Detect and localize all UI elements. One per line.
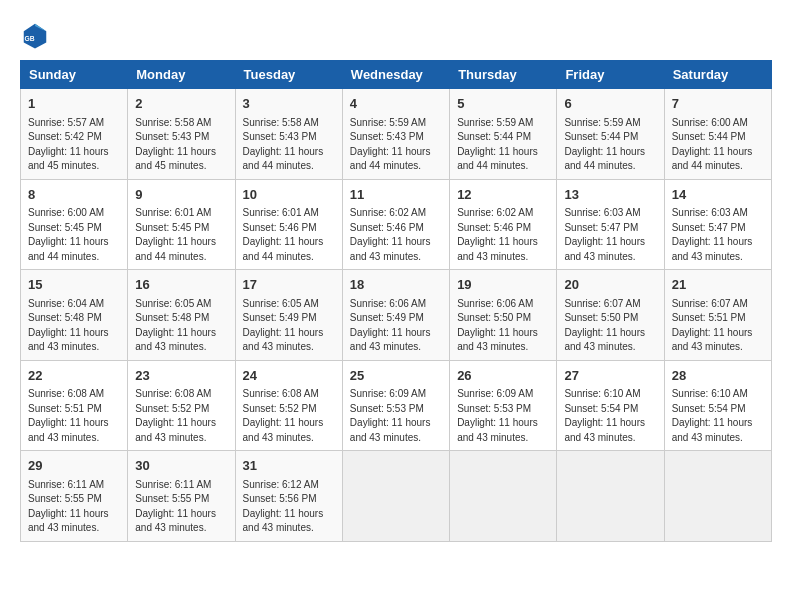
day-info: Sunrise: 6:09 AMSunset: 5:53 PMDaylight:… bbox=[457, 387, 549, 445]
day-number: 23 bbox=[135, 366, 227, 386]
calendar-cell: 18Sunrise: 6:06 AMSunset: 5:49 PMDayligh… bbox=[342, 270, 449, 361]
day-number: 28 bbox=[672, 366, 764, 386]
day-number: 19 bbox=[457, 275, 549, 295]
day-info: Sunrise: 6:11 AMSunset: 5:55 PMDaylight:… bbox=[28, 478, 120, 536]
calendar-week-row: 8Sunrise: 6:00 AMSunset: 5:45 PMDaylight… bbox=[21, 179, 772, 270]
calendar-cell: 27Sunrise: 6:10 AMSunset: 5:54 PMDayligh… bbox=[557, 360, 664, 451]
calendar-cell: 21Sunrise: 6:07 AMSunset: 5:51 PMDayligh… bbox=[664, 270, 771, 361]
calendar-cell: 10Sunrise: 6:01 AMSunset: 5:46 PMDayligh… bbox=[235, 179, 342, 270]
calendar-cell: 24Sunrise: 6:08 AMSunset: 5:52 PMDayligh… bbox=[235, 360, 342, 451]
calendar-cell: 14Sunrise: 6:03 AMSunset: 5:47 PMDayligh… bbox=[664, 179, 771, 270]
calendar-cell: 16Sunrise: 6:05 AMSunset: 5:48 PMDayligh… bbox=[128, 270, 235, 361]
calendar-cell: 11Sunrise: 6:02 AMSunset: 5:46 PMDayligh… bbox=[342, 179, 449, 270]
day-header: Monday bbox=[128, 61, 235, 89]
calendar-cell: 2Sunrise: 5:58 AMSunset: 5:43 PMDaylight… bbox=[128, 89, 235, 180]
calendar-cell: 28Sunrise: 6:10 AMSunset: 5:54 PMDayligh… bbox=[664, 360, 771, 451]
day-info: Sunrise: 6:11 AMSunset: 5:55 PMDaylight:… bbox=[135, 478, 227, 536]
day-number: 8 bbox=[28, 185, 120, 205]
day-number: 20 bbox=[564, 275, 656, 295]
calendar-body: 1Sunrise: 5:57 AMSunset: 5:42 PMDaylight… bbox=[21, 89, 772, 542]
calendar-cell: 23Sunrise: 6:08 AMSunset: 5:52 PMDayligh… bbox=[128, 360, 235, 451]
calendar-cell: 20Sunrise: 6:07 AMSunset: 5:50 PMDayligh… bbox=[557, 270, 664, 361]
day-info: Sunrise: 6:04 AMSunset: 5:48 PMDaylight:… bbox=[28, 297, 120, 355]
day-header: Sunday bbox=[21, 61, 128, 89]
day-number: 2 bbox=[135, 94, 227, 114]
day-info: Sunrise: 5:59 AMSunset: 5:44 PMDaylight:… bbox=[564, 116, 656, 174]
day-number: 22 bbox=[28, 366, 120, 386]
calendar-cell: 22Sunrise: 6:08 AMSunset: 5:51 PMDayligh… bbox=[21, 360, 128, 451]
day-info: Sunrise: 6:01 AMSunset: 5:45 PMDaylight:… bbox=[135, 206, 227, 264]
day-number: 3 bbox=[243, 94, 335, 114]
day-header: Tuesday bbox=[235, 61, 342, 89]
day-number: 10 bbox=[243, 185, 335, 205]
day-number: 21 bbox=[672, 275, 764, 295]
calendar-week-row: 29Sunrise: 6:11 AMSunset: 5:55 PMDayligh… bbox=[21, 451, 772, 542]
day-info: Sunrise: 6:08 AMSunset: 5:52 PMDaylight:… bbox=[135, 387, 227, 445]
day-info: Sunrise: 5:57 AMSunset: 5:42 PMDaylight:… bbox=[28, 116, 120, 174]
day-header: Thursday bbox=[450, 61, 557, 89]
calendar-cell: 13Sunrise: 6:03 AMSunset: 5:47 PMDayligh… bbox=[557, 179, 664, 270]
day-number: 18 bbox=[350, 275, 442, 295]
calendar-cell: 4Sunrise: 5:59 AMSunset: 5:43 PMDaylight… bbox=[342, 89, 449, 180]
calendar-cell: 17Sunrise: 6:05 AMSunset: 5:49 PMDayligh… bbox=[235, 270, 342, 361]
logo: GB bbox=[20, 20, 54, 50]
day-number: 31 bbox=[243, 456, 335, 476]
day-number: 9 bbox=[135, 185, 227, 205]
day-number: 17 bbox=[243, 275, 335, 295]
day-info: Sunrise: 6:02 AMSunset: 5:46 PMDaylight:… bbox=[457, 206, 549, 264]
svg-text:GB: GB bbox=[25, 35, 35, 42]
day-info: Sunrise: 6:03 AMSunset: 5:47 PMDaylight:… bbox=[564, 206, 656, 264]
day-number: 14 bbox=[672, 185, 764, 205]
day-info: Sunrise: 6:06 AMSunset: 5:49 PMDaylight:… bbox=[350, 297, 442, 355]
calendar-cell: 1Sunrise: 5:57 AMSunset: 5:42 PMDaylight… bbox=[21, 89, 128, 180]
calendar-cell: 6Sunrise: 5:59 AMSunset: 5:44 PMDaylight… bbox=[557, 89, 664, 180]
day-header: Wednesday bbox=[342, 61, 449, 89]
calendar-cell bbox=[342, 451, 449, 542]
day-info: Sunrise: 6:01 AMSunset: 5:46 PMDaylight:… bbox=[243, 206, 335, 264]
calendar-week-row: 22Sunrise: 6:08 AMSunset: 5:51 PMDayligh… bbox=[21, 360, 772, 451]
day-info: Sunrise: 6:03 AMSunset: 5:47 PMDaylight:… bbox=[672, 206, 764, 264]
day-number: 1 bbox=[28, 94, 120, 114]
day-number: 15 bbox=[28, 275, 120, 295]
day-number: 12 bbox=[457, 185, 549, 205]
day-header: Saturday bbox=[664, 61, 771, 89]
calendar-cell bbox=[450, 451, 557, 542]
day-info: Sunrise: 5:59 AMSunset: 5:44 PMDaylight:… bbox=[457, 116, 549, 174]
logo-icon: GB bbox=[20, 20, 50, 50]
day-info: Sunrise: 6:07 AMSunset: 5:50 PMDaylight:… bbox=[564, 297, 656, 355]
day-number: 11 bbox=[350, 185, 442, 205]
day-number: 25 bbox=[350, 366, 442, 386]
day-info: Sunrise: 5:58 AMSunset: 5:43 PMDaylight:… bbox=[243, 116, 335, 174]
day-number: 16 bbox=[135, 275, 227, 295]
day-info: Sunrise: 6:12 AMSunset: 5:56 PMDaylight:… bbox=[243, 478, 335, 536]
calendar-cell: 25Sunrise: 6:09 AMSunset: 5:53 PMDayligh… bbox=[342, 360, 449, 451]
day-number: 7 bbox=[672, 94, 764, 114]
day-info: Sunrise: 6:06 AMSunset: 5:50 PMDaylight:… bbox=[457, 297, 549, 355]
day-info: Sunrise: 6:02 AMSunset: 5:46 PMDaylight:… bbox=[350, 206, 442, 264]
calendar-cell: 29Sunrise: 6:11 AMSunset: 5:55 PMDayligh… bbox=[21, 451, 128, 542]
day-number: 27 bbox=[564, 366, 656, 386]
calendar-cell: 5Sunrise: 5:59 AMSunset: 5:44 PMDaylight… bbox=[450, 89, 557, 180]
day-info: Sunrise: 6:08 AMSunset: 5:51 PMDaylight:… bbox=[28, 387, 120, 445]
day-number: 5 bbox=[457, 94, 549, 114]
calendar-cell: 7Sunrise: 6:00 AMSunset: 5:44 PMDaylight… bbox=[664, 89, 771, 180]
day-info: Sunrise: 6:08 AMSunset: 5:52 PMDaylight:… bbox=[243, 387, 335, 445]
calendar-cell: 26Sunrise: 6:09 AMSunset: 5:53 PMDayligh… bbox=[450, 360, 557, 451]
day-number: 13 bbox=[564, 185, 656, 205]
calendar-header: SundayMondayTuesdayWednesdayThursdayFrid… bbox=[21, 61, 772, 89]
calendar-cell: 3Sunrise: 5:58 AMSunset: 5:43 PMDaylight… bbox=[235, 89, 342, 180]
day-number: 24 bbox=[243, 366, 335, 386]
calendar-cell: 12Sunrise: 6:02 AMSunset: 5:46 PMDayligh… bbox=[450, 179, 557, 270]
day-header: Friday bbox=[557, 61, 664, 89]
calendar-week-row: 15Sunrise: 6:04 AMSunset: 5:48 PMDayligh… bbox=[21, 270, 772, 361]
calendar-cell: 31Sunrise: 6:12 AMSunset: 5:56 PMDayligh… bbox=[235, 451, 342, 542]
header-row: SundayMondayTuesdayWednesdayThursdayFrid… bbox=[21, 61, 772, 89]
calendar-week-row: 1Sunrise: 5:57 AMSunset: 5:42 PMDaylight… bbox=[21, 89, 772, 180]
day-info: Sunrise: 5:59 AMSunset: 5:43 PMDaylight:… bbox=[350, 116, 442, 174]
calendar-cell: 9Sunrise: 6:01 AMSunset: 5:45 PMDaylight… bbox=[128, 179, 235, 270]
day-info: Sunrise: 6:05 AMSunset: 5:48 PMDaylight:… bbox=[135, 297, 227, 355]
calendar-table: SundayMondayTuesdayWednesdayThursdayFrid… bbox=[20, 60, 772, 542]
calendar-cell: 8Sunrise: 6:00 AMSunset: 5:45 PMDaylight… bbox=[21, 179, 128, 270]
calendar-cell bbox=[557, 451, 664, 542]
day-info: Sunrise: 5:58 AMSunset: 5:43 PMDaylight:… bbox=[135, 116, 227, 174]
